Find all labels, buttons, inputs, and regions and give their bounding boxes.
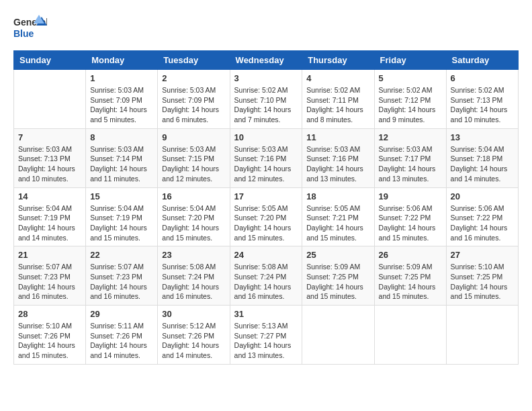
weekday-header-wednesday: Wednesday bbox=[230, 51, 302, 70]
calendar-cell: 31Sunrise: 5:13 AM Sunset: 7:27 PM Dayli… bbox=[230, 306, 302, 365]
day-number: 20 bbox=[451, 191, 514, 201]
logo-svg: General Blue bbox=[13, 13, 47, 44]
day-info: Sunrise: 5:03 AM Sunset: 7:16 PM Dayligh… bbox=[306, 144, 369, 184]
calendar-cell: 5Sunrise: 5:02 AM Sunset: 7:12 PM Daylig… bbox=[374, 70, 446, 129]
calendar-cell: 13Sunrise: 5:04 AM Sunset: 7:18 PM Dayli… bbox=[446, 128, 518, 187]
calendar-cell: 7Sunrise: 5:03 AM Sunset: 7:13 PM Daylig… bbox=[14, 128, 86, 187]
day-info: Sunrise: 5:09 AM Sunset: 7:25 PM Dayligh… bbox=[306, 262, 369, 302]
day-info: Sunrise: 5:05 AM Sunset: 7:20 PM Dayligh… bbox=[234, 203, 298, 243]
calendar-cell: 30Sunrise: 5:12 AM Sunset: 7:26 PM Dayli… bbox=[158, 306, 230, 365]
calendar-cell: 6Sunrise: 5:02 AM Sunset: 7:13 PM Daylig… bbox=[446, 70, 518, 129]
calendar-cell: 8Sunrise: 5:03 AM Sunset: 7:14 PM Daylig… bbox=[86, 128, 158, 187]
calendar-cell: 22Sunrise: 5:07 AM Sunset: 7:23 PM Dayli… bbox=[86, 246, 158, 306]
day-info: Sunrise: 5:05 AM Sunset: 7:21 PM Dayligh… bbox=[306, 203, 369, 243]
day-info: Sunrise: 5:03 AM Sunset: 7:15 PM Dayligh… bbox=[162, 144, 225, 184]
logo-container: General Blue bbox=[13, 13, 47, 44]
weekday-header-monday: Monday bbox=[86, 51, 158, 70]
svg-text:Blue: Blue bbox=[13, 28, 34, 39]
day-info: Sunrise: 5:13 AM Sunset: 7:27 PM Dayligh… bbox=[234, 321, 298, 361]
calendar-cell: 23Sunrise: 5:08 AM Sunset: 7:24 PM Dayli… bbox=[158, 246, 230, 306]
calendar-cell: 28Sunrise: 5:10 AM Sunset: 7:26 PM Dayli… bbox=[14, 306, 86, 365]
calendar-table: SundayMondayTuesdayWednesdayThursdayFrid… bbox=[13, 50, 519, 365]
day-number: 11 bbox=[306, 132, 369, 142]
calendar-cell: 12Sunrise: 5:03 AM Sunset: 7:17 PM Dayli… bbox=[374, 128, 446, 187]
day-info: Sunrise: 5:03 AM Sunset: 7:13 PM Dayligh… bbox=[18, 144, 81, 184]
day-info: Sunrise: 5:09 AM Sunset: 7:25 PM Dayligh… bbox=[379, 262, 442, 302]
calendar-cell: 3Sunrise: 5:02 AM Sunset: 7:10 PM Daylig… bbox=[230, 70, 302, 129]
weekday-header-friday: Friday bbox=[374, 51, 446, 70]
day-number: 12 bbox=[379, 132, 442, 142]
day-number: 27 bbox=[451, 250, 514, 260]
day-number: 23 bbox=[162, 250, 225, 260]
day-info: Sunrise: 5:10 AM Sunset: 7:26 PM Dayligh… bbox=[18, 321, 81, 361]
day-number: 9 bbox=[162, 132, 225, 142]
logo: General Blue bbox=[13, 13, 47, 44]
calendar-cell: 21Sunrise: 5:07 AM Sunset: 7:23 PM Dayli… bbox=[14, 246, 86, 306]
day-number: 1 bbox=[90, 73, 153, 83]
weekday-header-thursday: Thursday bbox=[302, 51, 374, 70]
day-number: 19 bbox=[379, 191, 442, 201]
day-info: Sunrise: 5:04 AM Sunset: 7:18 PM Dayligh… bbox=[451, 144, 514, 184]
day-info: Sunrise: 5:11 AM Sunset: 7:26 PM Dayligh… bbox=[90, 321, 153, 361]
calendar-cell: 10Sunrise: 5:03 AM Sunset: 7:16 PM Dayli… bbox=[230, 128, 302, 187]
day-number: 2 bbox=[162, 73, 225, 83]
calendar-cell: 29Sunrise: 5:11 AM Sunset: 7:26 PM Dayli… bbox=[86, 306, 158, 365]
calendar-cell: 19Sunrise: 5:06 AM Sunset: 7:22 PM Dayli… bbox=[374, 187, 446, 246]
calendar-cell: 27Sunrise: 5:10 AM Sunset: 7:25 PM Dayli… bbox=[446, 246, 518, 306]
weekday-header-row: SundayMondayTuesdayWednesdayThursdayFrid… bbox=[14, 51, 519, 70]
day-info: Sunrise: 5:02 AM Sunset: 7:10 PM Dayligh… bbox=[234, 85, 298, 125]
day-number: 17 bbox=[234, 191, 298, 201]
day-number: 7 bbox=[18, 132, 81, 142]
day-info: Sunrise: 5:07 AM Sunset: 7:23 PM Dayligh… bbox=[18, 262, 81, 302]
weekday-header-tuesday: Tuesday bbox=[158, 51, 230, 70]
day-number: 3 bbox=[234, 73, 298, 83]
day-info: Sunrise: 5:03 AM Sunset: 7:14 PM Dayligh… bbox=[90, 144, 153, 184]
week-row-3: 14Sunrise: 5:04 AM Sunset: 7:19 PM Dayli… bbox=[14, 187, 519, 246]
day-number: 16 bbox=[162, 191, 225, 201]
week-row-5: 28Sunrise: 5:10 AM Sunset: 7:26 PM Dayli… bbox=[14, 306, 519, 365]
day-info: Sunrise: 5:07 AM Sunset: 7:23 PM Dayligh… bbox=[90, 262, 153, 302]
calendar-cell bbox=[374, 306, 446, 365]
day-number: 14 bbox=[18, 191, 81, 201]
day-info: Sunrise: 5:12 AM Sunset: 7:26 PM Dayligh… bbox=[162, 321, 225, 361]
day-info: Sunrise: 5:04 AM Sunset: 7:19 PM Dayligh… bbox=[90, 203, 153, 243]
day-number: 15 bbox=[90, 191, 153, 201]
day-info: Sunrise: 5:02 AM Sunset: 7:11 PM Dayligh… bbox=[306, 85, 369, 125]
day-number: 6 bbox=[451, 73, 514, 83]
calendar-cell: 1Sunrise: 5:03 AM Sunset: 7:09 PM Daylig… bbox=[86, 70, 158, 129]
day-number: 31 bbox=[234, 309, 298, 319]
day-info: Sunrise: 5:04 AM Sunset: 7:20 PM Dayligh… bbox=[162, 203, 225, 243]
day-info: Sunrise: 5:03 AM Sunset: 7:16 PM Dayligh… bbox=[234, 144, 298, 184]
calendar-cell: 20Sunrise: 5:06 AM Sunset: 7:22 PM Dayli… bbox=[446, 187, 518, 246]
calendar-cell: 24Sunrise: 5:08 AM Sunset: 7:24 PM Dayli… bbox=[230, 246, 302, 306]
day-info: Sunrise: 5:06 AM Sunset: 7:22 PM Dayligh… bbox=[379, 203, 442, 243]
weekday-header-sunday: Sunday bbox=[14, 51, 86, 70]
day-number: 29 bbox=[90, 309, 153, 319]
day-info: Sunrise: 5:02 AM Sunset: 7:12 PM Dayligh… bbox=[379, 85, 442, 125]
calendar-cell: 4Sunrise: 5:02 AM Sunset: 7:11 PM Daylig… bbox=[302, 70, 374, 129]
day-number: 22 bbox=[90, 250, 153, 260]
page-header: General Blue bbox=[13, 13, 519, 44]
day-info: Sunrise: 5:10 AM Sunset: 7:25 PM Dayligh… bbox=[451, 262, 514, 302]
day-info: Sunrise: 5:06 AM Sunset: 7:22 PM Dayligh… bbox=[451, 203, 514, 243]
day-info: Sunrise: 5:03 AM Sunset: 7:17 PM Dayligh… bbox=[379, 144, 442, 184]
calendar-cell: 9Sunrise: 5:03 AM Sunset: 7:15 PM Daylig… bbox=[158, 128, 230, 187]
day-number: 4 bbox=[306, 73, 369, 83]
calendar-cell: 2Sunrise: 5:03 AM Sunset: 7:09 PM Daylig… bbox=[158, 70, 230, 129]
day-info: Sunrise: 5:08 AM Sunset: 7:24 PM Dayligh… bbox=[162, 262, 225, 302]
day-number: 24 bbox=[234, 250, 298, 260]
weekday-header-saturday: Saturday bbox=[446, 51, 518, 70]
calendar-cell: 18Sunrise: 5:05 AM Sunset: 7:21 PM Dayli… bbox=[302, 187, 374, 246]
week-row-4: 21Sunrise: 5:07 AM Sunset: 7:23 PM Dayli… bbox=[14, 246, 519, 306]
day-number: 25 bbox=[306, 250, 369, 260]
calendar-cell: 15Sunrise: 5:04 AM Sunset: 7:19 PM Dayli… bbox=[86, 187, 158, 246]
day-info: Sunrise: 5:03 AM Sunset: 7:09 PM Dayligh… bbox=[90, 85, 153, 125]
week-row-2: 7Sunrise: 5:03 AM Sunset: 7:13 PM Daylig… bbox=[14, 128, 519, 187]
calendar-cell bbox=[14, 70, 86, 129]
day-number: 26 bbox=[379, 250, 442, 260]
day-number: 13 bbox=[451, 132, 514, 142]
calendar-cell: 11Sunrise: 5:03 AM Sunset: 7:16 PM Dayli… bbox=[302, 128, 374, 187]
day-info: Sunrise: 5:02 AM Sunset: 7:13 PM Dayligh… bbox=[451, 85, 514, 125]
calendar-cell: 25Sunrise: 5:09 AM Sunset: 7:25 PM Dayli… bbox=[302, 246, 374, 306]
day-number: 18 bbox=[306, 191, 369, 201]
